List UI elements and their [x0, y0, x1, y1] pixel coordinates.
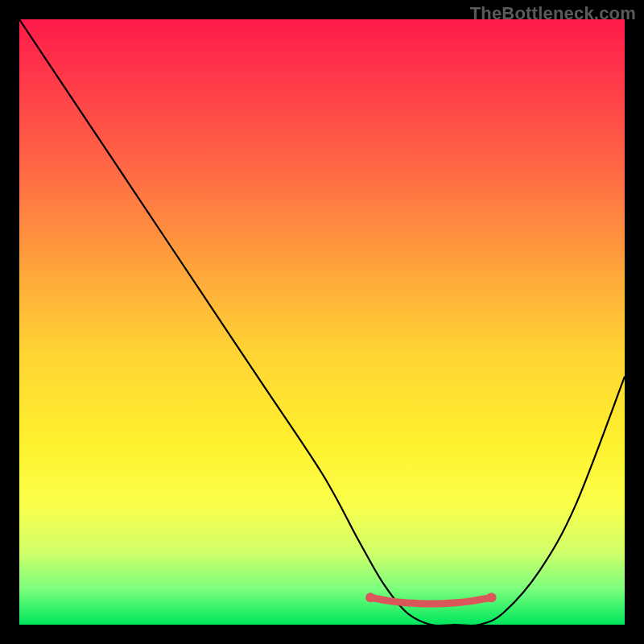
flat-marker-line [370, 597, 491, 604]
chart-svg [19, 19, 625, 625]
bottleneck-curve [19, 19, 625, 625]
flat-marker-start-dot [365, 592, 375, 602]
plot-area [19, 19, 625, 625]
flat-marker-end-dot [487, 592, 497, 602]
chart-container: TheBottleneck.com [0, 0, 644, 644]
